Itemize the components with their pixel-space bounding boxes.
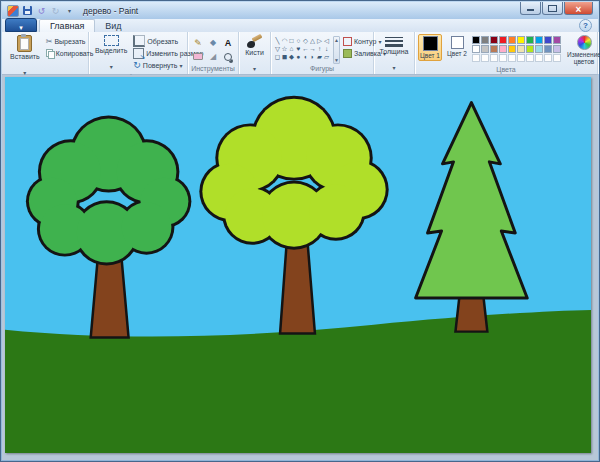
palette-color[interactable] xyxy=(490,45,498,53)
palette-color[interactable] xyxy=(553,36,561,44)
minimize-button[interactable] xyxy=(520,2,541,15)
qat-dropdown-button[interactable] xyxy=(64,5,75,16)
palette-color[interactable] xyxy=(535,45,543,53)
palette-color[interactable] xyxy=(517,45,525,53)
brushes-button[interactable]: Кисти xyxy=(242,34,267,76)
palette-color[interactable] xyxy=(490,54,498,62)
save-button[interactable] xyxy=(22,5,33,16)
palette-color[interactable] xyxy=(526,36,534,44)
palette-color[interactable] xyxy=(526,45,534,53)
undo-button[interactable] xyxy=(36,5,47,16)
text-tool[interactable] xyxy=(221,36,235,49)
eraser-tool[interactable] xyxy=(191,50,205,63)
group-label-shapes: Фигуры xyxy=(271,65,373,74)
palette-color[interactable] xyxy=(544,54,552,62)
paint-menu-button[interactable] xyxy=(5,18,37,32)
shape-item[interactable]: ◼ xyxy=(281,52,288,60)
fill-tool[interactable] xyxy=(206,36,220,49)
palette-color[interactable] xyxy=(544,45,552,53)
magnifier-tool[interactable] xyxy=(221,50,235,63)
palette-color[interactable] xyxy=(481,36,489,44)
shape-item[interactable]: ♥ xyxy=(295,44,302,52)
paint-app-icon xyxy=(7,5,19,17)
shape-item[interactable]: △ xyxy=(309,36,316,44)
redo-button[interactable] xyxy=(50,5,61,16)
title-bar: дерево - Paint xyxy=(2,2,598,19)
shape-item[interactable]: ◇ xyxy=(302,36,309,44)
copy-icon xyxy=(46,49,54,57)
shape-item[interactable]: ▰ xyxy=(316,52,323,60)
shape-item[interactable]: ⌂ xyxy=(288,44,295,52)
close-button[interactable] xyxy=(564,2,593,15)
palette-color[interactable] xyxy=(481,54,489,62)
shape-item[interactable]: ◠ xyxy=(281,36,288,44)
shape-item[interactable]: ▽ xyxy=(274,44,281,52)
palette-color[interactable] xyxy=(508,45,516,53)
shape-item[interactable]: ← xyxy=(302,44,309,52)
tab-view[interactable]: Вид xyxy=(95,20,131,32)
palette-color[interactable] xyxy=(535,54,543,62)
ribbon: Вставить Вырезать Копировать Буфер обмен… xyxy=(2,32,598,75)
color-palette xyxy=(472,34,561,62)
rotate-icon xyxy=(133,60,141,70)
palette-color[interactable] xyxy=(544,36,552,44)
shapes-gallery: ╲◠□○◇△▷◁▽☆⌂♥←→↑↓◻◼◆●◖◗▰▱ xyxy=(274,34,330,60)
tab-home[interactable]: Главная xyxy=(39,19,95,32)
tree-drawing[interactable] xyxy=(5,77,591,453)
palette-color[interactable] xyxy=(508,36,516,44)
palette-color[interactable] xyxy=(553,45,561,53)
shape-item[interactable]: ☆ xyxy=(281,44,288,52)
maximize-button[interactable] xyxy=(542,2,563,15)
shape-item[interactable]: ◖ xyxy=(302,52,309,60)
shapes-scrollbar[interactable]: ▲▼ xyxy=(333,36,340,64)
caret-down-icon xyxy=(253,57,256,75)
palette-color[interactable] xyxy=(490,36,498,44)
shape-item[interactable]: ○ xyxy=(295,36,302,44)
help-button[interactable] xyxy=(579,19,592,32)
paint-canvas[interactable] xyxy=(5,77,591,453)
palette-color[interactable] xyxy=(499,45,507,53)
shape-item[interactable]: ↑ xyxy=(316,44,323,52)
shape-item[interactable]: ↓ xyxy=(323,44,330,52)
picker-tool[interactable] xyxy=(206,50,220,63)
shape-item[interactable]: ◻ xyxy=(274,52,281,60)
window-controls xyxy=(519,2,593,15)
color2-label: Цвет 2 xyxy=(446,50,468,57)
palette-color[interactable] xyxy=(517,36,525,44)
palette-color[interactable] xyxy=(499,54,507,62)
palette-color[interactable] xyxy=(472,45,480,53)
color2-swatch xyxy=(451,36,464,49)
maximize-icon xyxy=(548,5,557,12)
shape-item[interactable]: → xyxy=(309,44,316,52)
size-button[interactable]: Толщина xyxy=(377,34,412,75)
copy-button[interactable]: Копировать xyxy=(46,48,94,58)
paint-window: дерево - Paint Главная Вид Вставить xyxy=(0,0,600,462)
cut-button[interactable]: Вырезать xyxy=(46,36,94,46)
palette-color[interactable] xyxy=(517,54,525,62)
edit-colors-button[interactable]: Изменение цветов xyxy=(564,34,600,66)
shape-item[interactable]: ▷ xyxy=(316,36,323,44)
color1-button[interactable]: Цвет 1 xyxy=(418,34,442,61)
shape-item[interactable]: ◁ xyxy=(323,36,330,44)
shape-item[interactable]: ◆ xyxy=(288,52,295,60)
paste-button[interactable]: Вставить xyxy=(7,34,43,80)
palette-color[interactable] xyxy=(553,54,561,62)
shape-item[interactable]: □ xyxy=(288,36,295,44)
palette-color[interactable] xyxy=(526,54,534,62)
color2-button[interactable]: Цвет 2 xyxy=(445,34,469,59)
palette-color[interactable] xyxy=(481,45,489,53)
palette-color[interactable] xyxy=(499,36,507,44)
pencil-tool[interactable] xyxy=(191,36,205,49)
group-label-colors: Цвета xyxy=(415,66,597,75)
shape-item[interactable]: ◗ xyxy=(309,52,316,60)
ribbon-group-image: Выделить Обрезать Изменить размер Поверн… xyxy=(89,32,188,74)
palette-color[interactable] xyxy=(508,54,516,62)
palette-color[interactable] xyxy=(472,54,480,62)
palette-color[interactable] xyxy=(472,36,480,44)
palette-color[interactable] xyxy=(535,36,543,44)
scissors-icon xyxy=(46,37,53,46)
shape-item[interactable]: ╲ xyxy=(274,36,281,44)
select-button[interactable]: Выделить xyxy=(92,34,130,74)
shape-item[interactable]: ▱ xyxy=(323,52,330,60)
shape-item[interactable]: ● xyxy=(295,52,302,60)
